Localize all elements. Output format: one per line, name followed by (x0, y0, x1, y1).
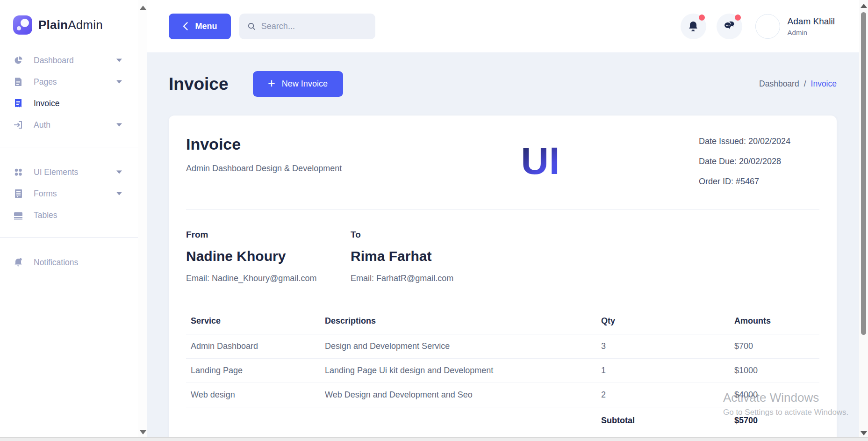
new-invoice-label: New Invoice (282, 79, 328, 89)
chevron-down-icon (116, 171, 122, 174)
messages-button[interactable] (717, 14, 742, 39)
sidebar-item-dashboard[interactable]: Dashboard (0, 50, 138, 71)
invoice-to: To Rima Farhat Email: FarhatR@gmail.com (351, 230, 515, 283)
chevron-down-icon (116, 192, 122, 195)
to-name: Rima Farhat (351, 248, 515, 264)
table-row: Landing Page Landing Page Ui kit design … (186, 359, 819, 383)
date-due: Date Due: 20/02/2028 (699, 155, 819, 167)
chat-icon (723, 21, 735, 32)
page-content: Invoice + New Invoice Dashboard / Invoic… (147, 71, 859, 441)
bell-icon (688, 21, 698, 32)
chevron-down-icon (116, 123, 122, 127)
sidebar-item-label: Forms (34, 189, 57, 199)
table-icon (13, 210, 23, 220)
divider (186, 210, 819, 210)
notification-badge (699, 14, 705, 21)
from-email: Email: Nadine_Khoury@gmail.com (186, 274, 351, 283)
sidebar-item-notifications[interactable]: Notifications (0, 252, 138, 273)
sidebar-item-label: Pages (34, 77, 57, 87)
cell-amount: $700 (730, 334, 819, 359)
message-badge (735, 14, 741, 21)
cell-amount: $1000 (730, 359, 819, 383)
sidebar-item-label: UI Elements (34, 167, 78, 177)
main-area: Menu Adam Khalil Admin Invoice (147, 0, 859, 441)
from-name: Nadine Khoury (186, 248, 351, 264)
topbar-right: Adam Khalil Admin (670, 14, 835, 39)
table-header-row: Service Descriptions Qty Amounts (186, 311, 819, 334)
page-title: Invoice (169, 74, 229, 94)
cell-description: Landing Page Ui kit design and Developme… (320, 359, 596, 383)
topbar: Menu Adam Khalil Admin (147, 0, 859, 52)
plus-icon: + (268, 77, 275, 90)
cell-service: Landing Page (186, 359, 320, 383)
page-header: Invoice + New Invoice Dashboard / Invoic… (169, 71, 837, 97)
sidebar-item-pages[interactable]: Pages (0, 71, 138, 93)
invoice-from: From Nadine Khoury Email: Nadine_Khoury@… (186, 230, 351, 283)
cell-qty: 3 (596, 334, 730, 359)
subtotal-value: $5700 (730, 407, 819, 433)
cell-description: Web Design and Development and Seo (320, 383, 596, 407)
date-issued: Date Issued: 20/02/2024 (699, 135, 819, 147)
cell-qty: 2 (596, 383, 730, 407)
order-id: Order ID: #5467 (699, 175, 819, 188)
invoice-table: Service Descriptions Qty Amounts Admin D… (186, 311, 819, 433)
page-scrollbar[interactable] (859, 0, 868, 441)
user-name: Adam Khalil (788, 16, 835, 27)
horizontal-scrollbar[interactable] (0, 437, 868, 441)
search-input[interactable] (261, 22, 367, 31)
sidebar-item-forms[interactable]: Forms (0, 183, 138, 204)
breadcrumb: Dashboard / Invoice (759, 79, 837, 89)
menu-button[interactable]: Menu (169, 14, 231, 39)
to-email: Email: FarhatR@gmail.com (351, 274, 515, 283)
sidebar-item-ui-elements[interactable]: UI Elements (0, 161, 138, 183)
sidebar-item-invoice[interactable]: Invoice (0, 93, 138, 114)
cell-service: Web design (186, 383, 320, 407)
sidebar-item-label: Tables (34, 210, 57, 220)
brand-name: PlainAdmin (38, 18, 103, 32)
sign-in-arrow-icon (13, 120, 23, 130)
scroll-up-arrow-icon[interactable] (861, 4, 867, 8)
scroll-down-arrow-icon[interactable] (140, 430, 146, 434)
company-logo: UI (521, 142, 560, 180)
cell-description: Design and Development Service (320, 334, 596, 359)
avatar[interactable] (755, 14, 780, 39)
sidebar-item-auth[interactable]: Auth (0, 114, 138, 136)
column-header-descriptions: Descriptions (320, 311, 596, 334)
search-icon (248, 22, 256, 31)
invoice-card-header: Invoice Admin Dashboard Design & Develop… (186, 135, 819, 195)
scrollbar-thumb[interactable] (861, 12, 866, 335)
new-invoice-button[interactable]: + New Invoice (253, 71, 343, 97)
breadcrumb-invoice: Invoice (811, 79, 837, 89)
breadcrumb-separator: / (804, 79, 806, 89)
scroll-up-arrow-icon[interactable] (140, 6, 146, 10)
sidebar-scrollbar[interactable] (138, 0, 147, 441)
cell-service: Admin Dashboard (186, 334, 320, 359)
invoice-parties: From Nadine Khoury Email: Nadine_Khoury@… (186, 230, 819, 283)
chevron-down-icon (116, 59, 122, 62)
column-header-amounts: Amounts (730, 311, 819, 334)
breadcrumb-dashboard[interactable]: Dashboard (759, 79, 799, 89)
subtotal-row: Subtotal $5700 (186, 407, 819, 433)
table-row: Web design Web Design and Development an… (186, 383, 819, 407)
chevron-down-icon (116, 80, 122, 84)
sidebar-item-label: Dashboard (34, 56, 74, 65)
sidebar-item-label: Invoice (34, 99, 59, 108)
column-header-qty: Qty (596, 311, 730, 334)
sidebar-item-tables[interactable]: Tables (0, 204, 138, 226)
sidebar-item-label: Auth (34, 120, 50, 130)
search-box (239, 14, 375, 39)
brand-logo[interactable]: PlainAdmin (0, 0, 138, 35)
user-meta[interactable]: Adam Khalil Admin (788, 16, 835, 36)
form-icon (13, 188, 23, 199)
invoice-subtitle: Admin Dashboard Design & Development (186, 164, 382, 174)
to-heading: To (351, 230, 515, 240)
scroll-down-arrow-icon[interactable] (861, 431, 867, 435)
pie-chart-icon (13, 55, 23, 65)
invoice-title: Invoice (186, 135, 382, 153)
notifications-button[interactable] (681, 14, 706, 39)
user-role: Admin (788, 29, 835, 36)
sidebar-nav: Dashboard Pages Invoice Auth (0, 50, 138, 273)
cell-amount: $4000 (730, 383, 819, 407)
divider (0, 237, 138, 238)
grid-dots-icon (13, 167, 23, 177)
